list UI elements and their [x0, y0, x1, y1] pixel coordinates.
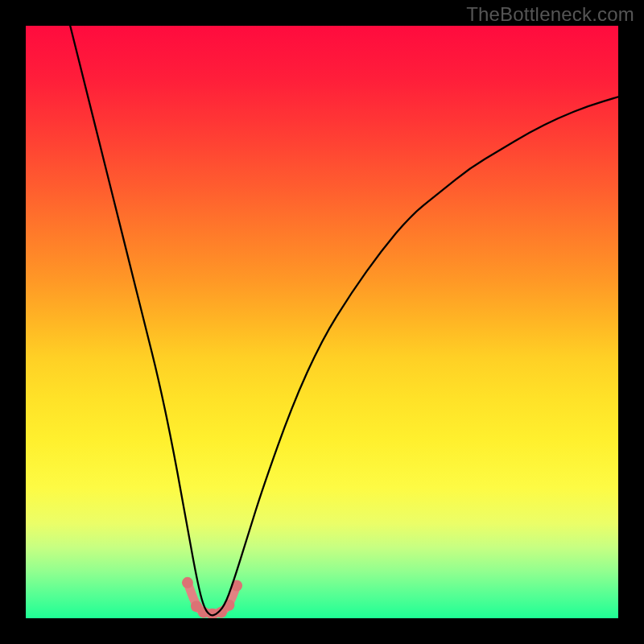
watermark-text: TheBottleneck.com: [466, 3, 634, 26]
chart-frame: TheBottleneck.com: [0, 0, 644, 644]
line-layer: [70, 26, 618, 615]
bottleneck-curve: [70, 26, 618, 615]
curve-svg: [26, 26, 618, 618]
plot-area: [26, 26, 618, 618]
marker-point: [182, 577, 193, 588]
